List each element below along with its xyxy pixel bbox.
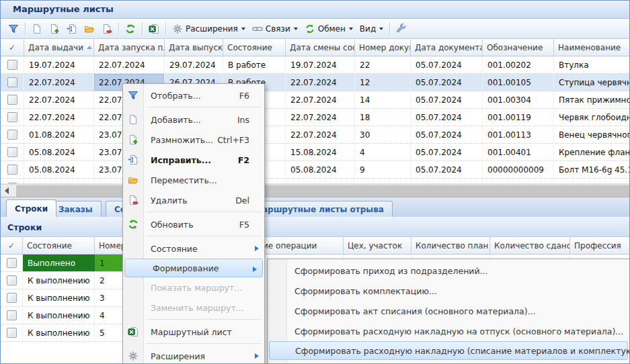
tab-4[interactable]: Маршрутные листы отрыва <box>245 201 393 217</box>
cell[interactable]: 14 <box>355 91 411 108</box>
context-menu-item[interactable]: Переместить... <box>123 170 264 190</box>
cell[interactable]: 001.00105 <box>483 74 554 91</box>
column-header[interactable]: Дата запуска пл <box>94 39 165 56</box>
extensions-dropdown[interactable]: Расширения <box>169 22 249 36</box>
cell[interactable]: 001.00304 <box>483 91 554 108</box>
submenu-item[interactable]: Сформировать расходную накладную на отпу… <box>268 321 629 341</box>
context-menu-item[interactable]: Добавить...Ins <box>123 109 264 130</box>
add-button[interactable] <box>28 22 46 36</box>
context-menu-item[interactable]: УдалитьDel <box>123 190 264 210</box>
column-header[interactable]: Номер докум <box>355 39 411 56</box>
cell[interactable]: 4 <box>355 144 411 161</box>
cell[interactable]: 01.08.2024 <box>24 126 94 143</box>
cell[interactable]: 05.07.2024 <box>411 161 483 178</box>
column-header[interactable]: Обозначение <box>483 39 554 56</box>
row-checkbox[interactable] <box>7 147 17 157</box>
tab-1[interactable]: Строки <box>6 199 56 217</box>
cell[interactable]: К выполнению <box>23 272 95 289</box>
cell[interactable]: 05.08.2024 <box>286 161 355 178</box>
cell[interactable]: Болт М16-6g 45.109 <box>554 161 630 178</box>
row-checkbox[interactable] <box>7 95 17 105</box>
context-menu-item[interactable]: Формирование <box>124 259 263 277</box>
cell[interactable]: 05.08.2024 <box>24 161 94 178</box>
cell[interactable]: 05.07.2024 <box>411 126 483 143</box>
cell[interactable]: 30 <box>355 126 411 143</box>
cell[interactable]: 22.07.2024 <box>286 74 355 91</box>
view-dropdown[interactable]: Вид <box>356 23 387 35</box>
context-menu-item[interactable]: Отобрать...F6 <box>123 85 264 105</box>
cell[interactable]: 15.08.2024 <box>286 144 355 161</box>
row-checkbox[interactable] <box>7 275 17 285</box>
cell[interactable]: 18 <box>355 109 411 126</box>
cell[interactable]: Т <box>554 179 630 184</box>
cell[interactable]: Пятак прижимной <box>554 91 630 108</box>
context-menu-item[interactable]: Расширения <box>123 346 264 364</box>
row-checkbox[interactable] <box>7 112 17 122</box>
column-header[interactable]: ✓ <box>1 39 24 56</box>
row-checkbox[interactable] <box>7 60 17 70</box>
settings-button[interactable] <box>393 22 410 36</box>
horizontal-scrollbar[interactable] <box>1 184 630 197</box>
row-checkbox[interactable] <box>7 165 17 175</box>
tab-2[interactable]: Заказы <box>50 201 102 217</box>
column-header[interactable]: Дата выдачи <box>24 39 94 56</box>
cell[interactable]: 001.00119 <box>483 109 554 126</box>
cell[interactable]: 19.07.2024 <box>24 56 94 73</box>
column-header[interactable]: Количество сдано <box>490 237 570 254</box>
column-header[interactable]: Количество план <box>411 237 490 254</box>
row-checkbox[interactable] <box>7 328 17 338</box>
cell[interactable]: Втулка <box>554 56 630 73</box>
cell[interactable]: Крепление фланцев <box>554 144 630 161</box>
context-menu-item[interactable]: Состояние <box>123 238 264 259</box>
context-menu-item[interactable]: Показать маршрут... <box>123 277 264 298</box>
cell[interactable]: К выполнению <box>23 324 95 341</box>
cell[interactable]: 19.07.2024 <box>286 56 355 73</box>
context-menu-item[interactable]: Заменить маршрут... <box>123 298 264 318</box>
cell[interactable]: 05.07.2024 <box>411 91 483 108</box>
table-row[interactable]: 22.07.202422.07.202422.07.20241405.07.20… <box>1 91 630 109</box>
cell[interactable]: К выполнению <box>23 289 95 306</box>
column-header[interactable]: Дата смены сос <box>286 39 355 56</box>
column-header[interactable]: Наименование <box>554 39 630 56</box>
submenu-item[interactable]: Сформировать акт списания (основного мат… <box>268 301 629 321</box>
cell[interactable]: 22.07.2024 <box>24 91 94 108</box>
table-row[interactable]: 12.08.202425.07.202412.08.20243005.07.20… <box>1 179 630 184</box>
cell[interactable]: 22.07.2024 <box>24 109 94 126</box>
column-header[interactable]: Состояние <box>223 39 286 56</box>
row-checkbox[interactable] <box>7 77 17 87</box>
context-menu-item[interactable]: Размножить...Ctrl+F3 <box>123 130 264 150</box>
cell[interactable]: В работе <box>223 56 286 73</box>
table-row[interactable]: 19.07.202422.07.202429.07.2024В работе19… <box>1 56 630 74</box>
cell[interactable]: 12 <box>355 74 411 91</box>
cell[interactable]: 05.08.2024 <box>24 144 94 161</box>
cell[interactable]: 00000000009 <box>483 161 554 178</box>
edit-button[interactable] <box>63 22 81 36</box>
table-row[interactable]: 05.08.202423.07.202415.08.2024405.07.202… <box>1 144 630 161</box>
scrollbar-thumb[interactable] <box>16 185 630 197</box>
table-row[interactable]: 05.08.202423.07.202405.08.2024905.07.202… <box>1 161 630 179</box>
submenu-item[interactable]: Сформировать расходную накладную (списан… <box>269 341 628 360</box>
column-header[interactable]: Состояние <box>23 237 95 254</box>
cell[interactable]: 29.07.2024 <box>165 56 223 73</box>
table-row[interactable]: 22.07.202422.07.202422.07.20241805.07.20… <box>1 109 630 126</box>
cell[interactable]: 9 <box>355 161 411 178</box>
scroll-left-arrow-icon[interactable] <box>5 187 9 194</box>
context-menu-item[interactable]: Исправить...F2 <box>123 150 264 170</box>
submenu-item[interactable]: Сформировать приход из подразделений... <box>268 261 629 281</box>
cell[interactable]: 22 <box>355 56 411 73</box>
links-dropdown[interactable]: Связи <box>249 22 301 36</box>
row-checkbox[interactable] <box>7 310 17 320</box>
cell[interactable]: 22.07.2024 <box>286 109 355 126</box>
submenu-item[interactable]: Сформировать комплектацию... <box>268 281 629 301</box>
cell[interactable]: 001.00202 <box>483 56 554 73</box>
cell[interactable]: Ступица червячного <box>554 74 630 91</box>
cell[interactable]: 05.07.2024 <box>411 179 483 184</box>
row-checkbox[interactable] <box>7 293 17 303</box>
cell[interactable]: 12.08.2024 <box>24 179 94 184</box>
context-menu-item[interactable]: ОбновитьF5 <box>123 214 264 234</box>
column-header[interactable]: Дата документа <box>411 39 483 56</box>
exchange-dropdown[interactable]: Обмен <box>301 22 356 36</box>
refresh-button[interactable] <box>122 22 139 36</box>
row-checkbox[interactable] <box>7 130 17 140</box>
cell[interactable]: 001.00401 <box>483 144 554 161</box>
